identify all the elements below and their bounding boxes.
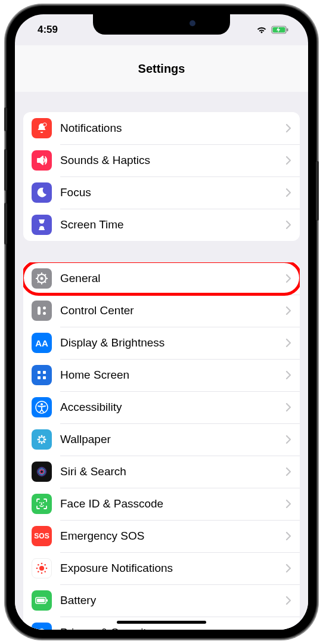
chevron-right-icon xyxy=(285,628,291,630)
row-label: Notifications xyxy=(60,122,285,135)
settings-list[interactable]: Notifications Sounds & Haptics Focus xyxy=(15,92,308,630)
row-exposure-notifications[interactable]: Exposure Notifications xyxy=(23,552,300,584)
settings-group-2: General Control Center AA Display & Brig… xyxy=(23,262,300,630)
svg-line-15 xyxy=(45,274,46,275)
svg-point-17 xyxy=(43,306,46,309)
chevron-right-icon xyxy=(285,596,291,605)
chevron-right-icon xyxy=(285,338,291,348)
chevron-right-icon xyxy=(285,531,291,541)
svg-point-31 xyxy=(44,436,45,438)
svg-point-41 xyxy=(41,563,43,565)
chevron-right-icon xyxy=(285,370,291,380)
row-label: Siri & Search xyxy=(60,465,285,478)
row-focus[interactable]: Focus xyxy=(23,177,300,209)
row-siri-search[interactable]: Siri & Search xyxy=(23,456,300,488)
row-label: General xyxy=(60,272,285,285)
svg-point-29 xyxy=(45,439,46,441)
svg-point-40 xyxy=(39,566,44,571)
svg-point-34 xyxy=(36,466,47,477)
svg-point-47 xyxy=(38,571,39,572)
home-indicator[interactable] xyxy=(117,621,206,624)
wallpaper-icon xyxy=(32,429,52,450)
volume-up-button xyxy=(4,149,7,191)
status-right xyxy=(256,26,289,34)
svg-point-27 xyxy=(41,442,43,444)
battery-icon xyxy=(32,590,52,611)
row-general[interactable]: General xyxy=(23,262,300,295)
row-home-screen[interactable]: Home Screen xyxy=(23,359,300,391)
notch xyxy=(93,14,230,35)
svg-point-44 xyxy=(46,568,48,569)
chevron-right-icon xyxy=(285,274,291,283)
svg-rect-19 xyxy=(38,371,41,374)
notifications-icon xyxy=(32,118,52,138)
row-screen-time[interactable]: Screen Time xyxy=(23,209,300,241)
face-id-icon xyxy=(32,494,52,514)
row-wallpaper[interactable]: Wallpaper xyxy=(23,423,300,456)
page-title: Settings xyxy=(138,62,185,76)
row-accessibility[interactable]: Accessibility xyxy=(23,391,300,423)
row-label: Emergency SOS xyxy=(60,530,285,543)
svg-rect-4 xyxy=(39,219,45,221)
svg-point-42 xyxy=(41,572,43,574)
front-camera xyxy=(190,20,195,26)
focus-icon xyxy=(32,182,52,203)
row-label: Display & Brightness xyxy=(60,336,285,349)
accessibility-icon xyxy=(32,397,52,417)
svg-point-46 xyxy=(44,564,46,566)
svg-point-30 xyxy=(38,436,40,438)
row-sounds-haptics[interactable]: Sounds & Haptics xyxy=(23,144,300,177)
svg-point-33 xyxy=(44,441,45,443)
svg-rect-5 xyxy=(39,229,45,230)
row-label: Sounds & Haptics xyxy=(60,154,285,167)
exposure-notifications-icon xyxy=(32,558,52,578)
row-label: Focus xyxy=(60,186,285,199)
svg-point-48 xyxy=(44,571,46,572)
general-icon xyxy=(32,268,52,289)
svg-point-7 xyxy=(41,277,44,280)
row-label: Exposure Notifications xyxy=(60,562,285,575)
wifi-icon xyxy=(256,26,268,34)
screen-time-icon xyxy=(32,215,52,235)
svg-line-12 xyxy=(38,274,39,275)
chevron-right-icon xyxy=(285,564,291,573)
chevron-right-icon xyxy=(285,435,291,444)
chevron-right-icon xyxy=(285,402,291,412)
svg-rect-50 xyxy=(46,599,48,602)
svg-point-26 xyxy=(41,435,43,437)
emergency-sos-icon: SOS xyxy=(32,526,52,546)
row-face-id-passcode[interactable]: Face ID & Passcode xyxy=(23,488,300,520)
chevron-right-icon xyxy=(285,156,291,165)
chevron-right-icon xyxy=(285,220,291,230)
chevron-right-icon xyxy=(285,467,291,476)
svg-rect-51 xyxy=(37,599,45,602)
screen: 4:59 Settings xyxy=(15,14,308,630)
row-label: Wallpaper xyxy=(60,433,285,446)
row-label: Accessibility xyxy=(60,401,285,414)
svg-line-14 xyxy=(38,281,39,283)
svg-point-38 xyxy=(39,502,41,503)
row-notifications[interactable]: Notifications xyxy=(23,112,300,144)
svg-point-39 xyxy=(43,502,44,503)
chevron-right-icon xyxy=(285,123,291,133)
row-control-center[interactable]: Control Center xyxy=(23,295,300,327)
row-battery[interactable]: Battery xyxy=(23,584,300,617)
svg-point-18 xyxy=(43,312,46,315)
row-label: Home Screen xyxy=(60,369,285,382)
svg-rect-1 xyxy=(287,29,288,32)
svg-point-25 xyxy=(39,437,44,442)
settings-group-1: Notifications Sounds & Haptics Focus xyxy=(23,112,300,241)
side-button xyxy=(316,161,319,221)
svg-point-28 xyxy=(38,439,39,441)
svg-rect-22 xyxy=(43,376,46,379)
row-label: Control Center xyxy=(60,304,285,317)
battery-charging-icon xyxy=(271,26,289,34)
status-time: 4:59 xyxy=(38,24,58,36)
siri-icon xyxy=(32,462,52,482)
row-emergency-sos[interactable]: SOS Emergency SOS xyxy=(23,520,300,552)
ringer-switch xyxy=(4,107,7,131)
row-display-brightness[interactable]: AA Display & Brightness xyxy=(23,327,300,359)
svg-rect-20 xyxy=(43,371,46,374)
svg-point-43 xyxy=(36,568,38,569)
display-brightness-icon: AA xyxy=(32,333,52,353)
